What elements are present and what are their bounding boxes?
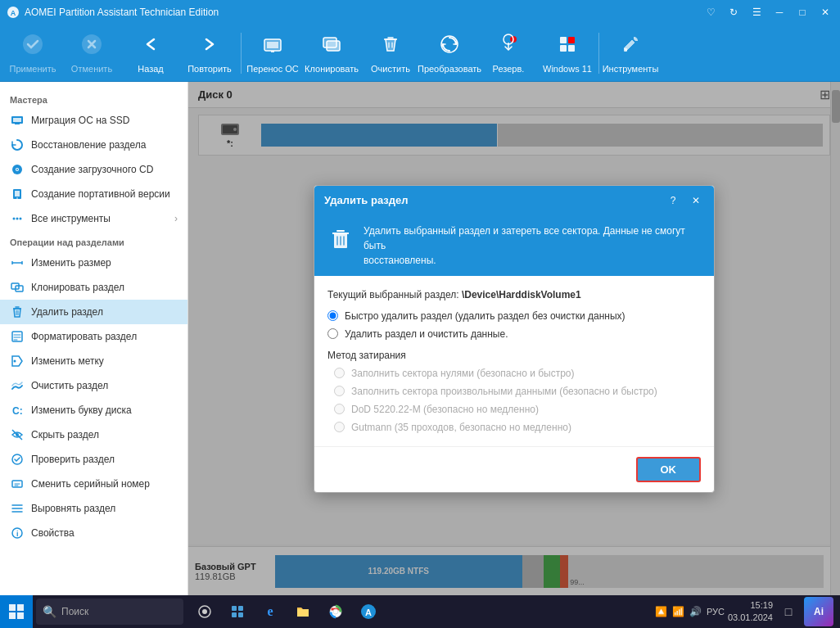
quick-delete-radio[interactable] [327, 310, 338, 321]
migrate-os-icon [10, 113, 25, 128]
svg-rect-49 [232, 612, 237, 617]
toolbar-forward-label: Повторить [187, 64, 232, 74]
modal-info-bar: Удалить выбранный раздел и затереть все … [314, 215, 714, 276]
ok-button[interactable]: OK [636, 457, 702, 482]
delete-part-icon [10, 305, 25, 319]
sidebar-item-clone-partition[interactable]: Клонировать раздел [0, 275, 187, 300]
toolbar-clone-btn[interactable]: Клонировать [302, 27, 361, 79]
sidebar-item-check[interactable]: Проверить раздел [0, 447, 187, 472]
svg-point-20 [16, 169, 18, 170]
delete-partition-modal: Удалить раздел ? ✕ [314, 185, 715, 493]
method-gutmann-radio[interactable] [334, 422, 345, 432]
maximize-btn[interactable]: □ [794, 4, 811, 20]
portable-icon [10, 187, 25, 201]
wipe-icon [379, 33, 402, 61]
explorer-btn[interactable] [288, 597, 318, 626]
widgets-btn[interactable] [223, 597, 252, 626]
favorite-btn[interactable]: ♡ [702, 4, 719, 20]
toolbar-divider-2 [598, 33, 599, 74]
method-random-label: Заполнить сектора произвольными данными … [351, 386, 657, 397]
sidebar-item-hide[interactable]: Скрыть раздел [0, 422, 187, 447]
modal-info-text: Удалить выбранный раздел и затереть все … [364, 224, 701, 268]
taskbar-clock[interactable]: 15:19 03.01.2024 [728, 599, 773, 625]
method-zeros: Заполнить сектора нулями (безопасно и бы… [334, 368, 701, 379]
toolbar-forward-btn[interactable]: Повторить [180, 27, 239, 79]
sidebar-item-format[interactable]: Форматировать раздел [0, 324, 187, 349]
sidebar-item-delete-partition[interactable]: Удалить раздел [0, 300, 187, 324]
toolbar-divider-1 [241, 33, 242, 74]
method-dod-radio[interactable] [334, 404, 345, 414]
wipe-delete-option[interactable]: Удалить раздел и очистить данные. [327, 328, 701, 340]
sidebar-item-portable[interactable]: Создание портативной версии [0, 182, 187, 206]
toolbar-backup-btn[interactable]: Резерв. [479, 27, 538, 79]
bootcd-icon [10, 162, 25, 177]
sidebar-item-label: Изменить метку [31, 355, 104, 367]
toolbar-cancel-btn[interactable]: Отменить [62, 27, 121, 79]
sidebar-item-bootcd[interactable]: Создание загрузочного CD [0, 157, 187, 182]
refresh-btn[interactable]: ↻ [725, 4, 742, 20]
sidebar-item-label-change[interactable]: Изменить метку [0, 349, 187, 373]
sidebar-item-all-tools[interactable]: Все инструменты › [0, 206, 187, 231]
forward-icon [198, 33, 221, 61]
chrome-btn[interactable] [321, 597, 350, 626]
method-zeros-radio[interactable] [334, 368, 345, 378]
sidebar-item-label: Миграция ОС на SSD [31, 115, 129, 126]
start-button[interactable] [0, 595, 33, 628]
modal-help-btn[interactable]: ? [665, 192, 681, 209]
modal-body: Текущий выбранный раздел: \Device\Harddi… [314, 276, 714, 446]
toolbar-migrate-btn[interactable]: Перенос ОС [243, 27, 302, 79]
tray-volume-icon[interactable]: 🔊 [689, 606, 702, 617]
modal-close-btn[interactable]: ✕ [688, 192, 704, 209]
method-random-radio[interactable] [334, 386, 345, 396]
toolbar-apply-btn[interactable]: Применить [3, 27, 62, 79]
hide-icon [10, 427, 25, 442]
current-partition-label: Текущий выбранный раздел: [327, 289, 459, 300]
close-btn[interactable]: ✕ [817, 4, 833, 20]
toolbar-convert-label: Преобразовать [418, 64, 481, 74]
quick-delete-option[interactable]: Быстро удалить раздел (удалить раздел бе… [327, 310, 701, 322]
win11-icon [556, 33, 579, 61]
svg-rect-17 [13, 118, 21, 122]
tray-lang-label[interactable]: РУС [707, 607, 725, 617]
ai-button[interactable]: Ai [804, 597, 833, 626]
aomei-taskbar-btn[interactable]: A [354, 597, 383, 626]
edge-btn[interactable]: e [255, 597, 285, 626]
migrate-icon [261, 33, 284, 61]
taskview-btn[interactable] [190, 597, 219, 626]
wipe-delete-radio[interactable] [327, 328, 338, 339]
sidebar-item-restore[interactable]: Восстановление раздела [0, 133, 187, 157]
sidebar-item-label: Скрыть раздел [31, 429, 99, 441]
sidebar-item-label: Свойства [31, 527, 75, 539]
sidebar-item-serial[interactable]: Сменить серийный номер [0, 472, 187, 496]
toolbar-tools-btn[interactable]: Инструменты [601, 27, 660, 79]
widgets-icon [230, 604, 245, 619]
menu-btn[interactable]: ☰ [748, 4, 765, 20]
notification-btn[interactable]: □ [776, 595, 801, 628]
toolbar-wipe-label: Очистить [371, 64, 410, 74]
search-icon: 🔍 [43, 605, 56, 618]
svg-rect-42 [17, 604, 24, 611]
svg-point-30 [14, 360, 16, 363]
minimize-btn[interactable]: ─ [771, 4, 788, 20]
sidebar-item-drive-letter[interactable]: C: Изменить букву диска [0, 398, 187, 422]
sidebar-item-properties[interactable]: i Свойства [0, 521, 187, 545]
back-icon [139, 33, 162, 61]
sidebar-item-wipe-partition[interactable]: Очистить раздел [0, 373, 187, 398]
clone-part-icon [10, 280, 25, 295]
properties-icon: i [10, 526, 25, 540]
folder-icon [296, 604, 310, 619]
sidebar-item-label: Изменить букву диска [31, 404, 132, 416]
sidebar-item-migrate-os[interactable]: Миграция ОС на SSD [0, 108, 187, 133]
taskview-icon [197, 604, 212, 619]
toolbar-wipe-btn[interactable]: Очистить [361, 27, 420, 79]
toolbar-win11-btn[interactable]: Windows 11 [538, 27, 597, 79]
toolbar-back-btn[interactable]: Назад [121, 27, 180, 79]
tray-expand-btn[interactable]: 🔼 [655, 606, 667, 617]
svg-rect-13 [560, 45, 567, 52]
toolbar-convert-btn[interactable]: Преобразовать [420, 27, 479, 79]
method-gutmann-label: Gutmann (35 проходов, безопасно но медле… [351, 422, 571, 433]
convert-icon [438, 33, 461, 61]
sidebar-item-resize[interactable]: Изменить размер [0, 251, 187, 275]
taskbar-search[interactable]: 🔍 Поиск [36, 599, 183, 625]
sidebar-item-align[interactable]: Выровнять раздел [0, 496, 187, 521]
